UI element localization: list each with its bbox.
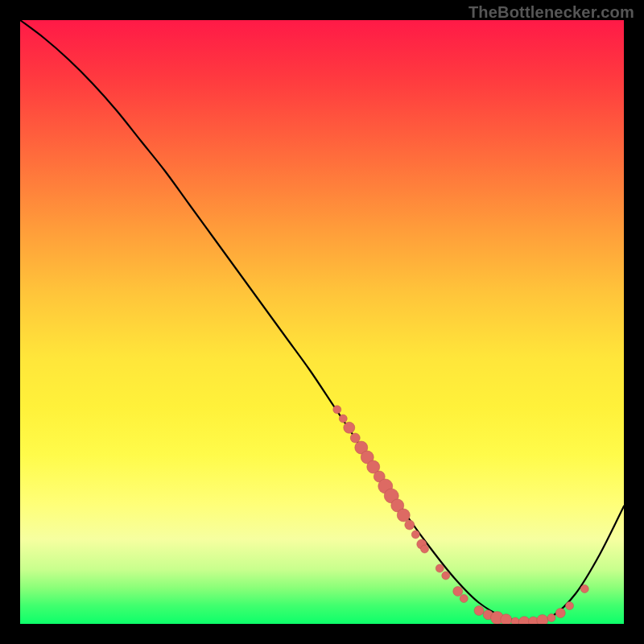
chart-stage: TheBottlenecker.com: [0, 0, 644, 644]
data-marker: [518, 617, 530, 624]
data-marker: [436, 564, 444, 572]
data-marker: [537, 615, 548, 625]
marker-group: [333, 406, 589, 624]
data-marker: [350, 433, 360, 443]
gradient-plot-area: [20, 20, 624, 624]
chart-svg: [20, 20, 624, 624]
data-marker: [411, 530, 419, 539]
bottleneck-curve: [20, 20, 624, 622]
data-marker: [501, 614, 512, 624]
data-marker: [405, 520, 415, 530]
data-marker: [555, 609, 565, 618]
data-marker: [580, 585, 588, 593]
data-marker: [511, 617, 519, 624]
data-marker: [421, 545, 429, 553]
data-marker: [397, 509, 410, 522]
data-marker: [333, 406, 341, 414]
attribution-text: TheBottlenecker.com: [469, 3, 634, 22]
data-marker: [460, 595, 468, 603]
data-marker: [442, 572, 450, 580]
data-marker: [453, 587, 463, 597]
data-marker: [547, 614, 555, 622]
data-marker: [339, 415, 347, 423]
data-marker: [474, 606, 484, 616]
data-marker: [566, 602, 574, 610]
data-marker: [344, 422, 355, 433]
